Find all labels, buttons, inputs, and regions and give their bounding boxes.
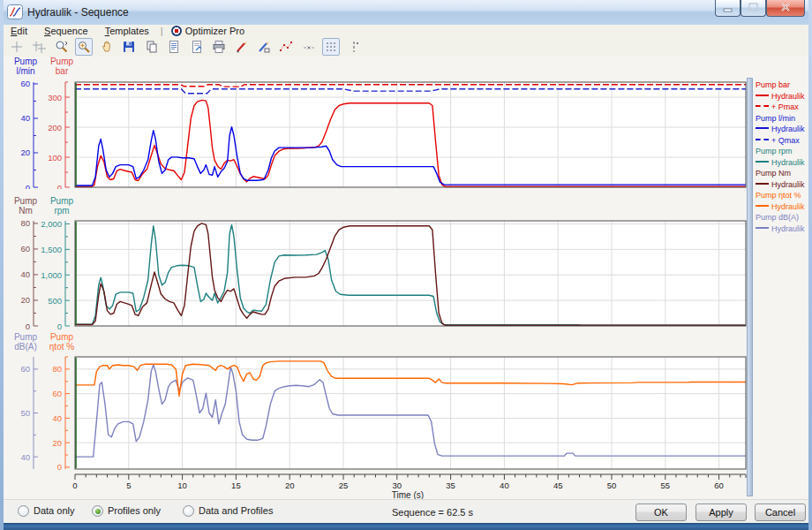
zoom-in-out-icon[interactable]: [53, 38, 71, 56]
axis-title-line: ηtot %: [41, 342, 82, 352]
pan-hand-icon[interactable]: [98, 38, 116, 56]
axis-title-pump-dba: Pump dB(A): [5, 332, 46, 352]
legend-item-label: Hydraulik: [771, 180, 805, 189]
svg-text:40: 40: [20, 452, 30, 462]
svg-text:1,000: 1,000: [41, 270, 62, 280]
legend-group-label: Pump bar: [756, 80, 810, 91]
legend-item-label: + Pmax: [771, 102, 799, 111]
axis-title-line: Pump: [41, 57, 82, 66]
svg-text:1,500: 1,500: [41, 245, 62, 254]
svg-text:0: 0: [57, 322, 62, 331]
svg-text:25: 25: [339, 481, 349, 490]
radio-label: Data and Profiles: [199, 505, 273, 516]
legend-line-sample: [756, 139, 769, 140]
svg-text:50: 50: [20, 408, 30, 418]
window-border-left: [0, 0, 4, 530]
legend-item[interactable]: Hydraulik: [756, 91, 810, 102]
report-icon[interactable]: [165, 38, 183, 56]
axis-title-pump-lmin: Pump l/min: [5, 57, 46, 76]
legend-item-label: + Qmax: [771, 136, 800, 145]
radio-data-and-profiles[interactable]: Data and Profiles: [183, 505, 273, 519]
legend-group-label: Pump dB(A): [756, 212, 810, 223]
legend-item[interactable]: Hydraulik: [756, 223, 810, 235]
radio-data-only[interactable]: Data only: [18, 505, 74, 519]
legend-item-label: Hydraulik: [771, 158, 805, 167]
svg-text:60: 60: [52, 389, 62, 398]
legend-item-label: Hydraulik: [771, 202, 805, 211]
axis-title-line: dB(A): [5, 342, 46, 352]
svg-text:40: 40: [52, 413, 62, 423]
legend-item-label: Hydraulik: [771, 224, 805, 233]
legend-line-sample: [756, 105, 769, 107]
app-icon: [7, 4, 23, 19]
scatter-points-icon[interactable]: [277, 38, 295, 56]
toolbar: [4, 37, 808, 57]
draw-line-icon[interactable]: [233, 38, 251, 56]
svg-text:60: 60: [20, 244, 30, 254]
svg-text:0: 0: [26, 322, 30, 331]
svg-text:60: 60: [714, 481, 724, 490]
legend-item[interactable]: Hydraulik: [756, 157, 810, 169]
svg-text:20: 20: [52, 438, 62, 448]
axis-title-pump-rpm: Pump rpm: [41, 196, 82, 216]
close-button[interactable]: [766, 0, 805, 17]
crosshair-icon[interactable]: [8, 38, 26, 56]
svg-text:0: 0: [26, 183, 30, 190]
window: Hydraulik - Sequence Edit Sequence Templ…: [0, 0, 812, 530]
chart-torque-speed[interactable]: 02040608005001,0001,5002,000: [0, 217, 756, 330]
chart-flow-pressure[interactable]: 02040600100200300: [0, 78, 756, 189]
menu-templates[interactable]: Templates: [98, 25, 156, 37]
cancel-button[interactable]: Cancel: [755, 504, 806, 521]
svg-text:20: 20: [20, 295, 30, 305]
svg-text:55: 55: [661, 481, 671, 490]
radio-icon: [183, 505, 194, 517]
zoom-region-icon[interactable]: [75, 38, 93, 56]
menu-sequence[interactable]: Sequence: [37, 25, 95, 37]
legend-line-sample: [756, 161, 769, 163]
legend-group-label: Pump Nm: [756, 168, 810, 179]
edit-profile-icon[interactable]: [255, 38, 273, 56]
svg-text:60: 60: [20, 79, 30, 88]
legend-group-label: Pump rpm: [756, 146, 810, 157]
legend-item[interactable]: Hydraulik: [756, 179, 810, 191]
window-border-bottom: [0, 523, 812, 530]
svg-text:2,000: 2,000: [41, 219, 62, 229]
apply-button[interactable]: Apply: [695, 504, 747, 521]
legend-item[interactable]: Hydraulik: [756, 124, 810, 135]
svg-text:300: 300: [48, 93, 62, 102]
legend: Pump barHydraulik+ PmaxPump l/minHydraul…: [756, 80, 810, 234]
menu-separator: |: [159, 25, 165, 37]
svg-text:100: 100: [48, 153, 62, 163]
save-icon[interactable]: [120, 38, 138, 56]
page-preview-icon[interactable]: [188, 38, 206, 56]
ok-button[interactable]: OK: [635, 504, 687, 521]
axis-values-icon[interactable]: [345, 38, 363, 56]
legend-item[interactable]: + Pmax: [756, 102, 810, 113]
menu-edit[interactable]: Edit: [4, 25, 34, 37]
axis-title-line: Pump: [5, 332, 46, 342]
profiles-values-icon[interactable]: [322, 38, 340, 56]
legend-splitter[interactable]: [747, 78, 753, 496]
window-title: Hydraulik - Sequence: [27, 6, 129, 19]
window-border-right: [808, 0, 812, 530]
axis-title-line: Pump: [5, 196, 46, 206]
axis-title-pump-eta: Pump ηtot %: [41, 332, 82, 352]
print-icon[interactable]: [210, 38, 228, 56]
maximize-button[interactable]: [741, 0, 766, 17]
legend-item-label: Hydraulik: [771, 125, 805, 133]
legend-item[interactable]: Hydraulik: [756, 201, 810, 213]
menu-optimizer-pro[interactable]: Optimizer Pro: [168, 25, 252, 37]
titlebar[interactable]: Hydraulik - Sequence: [0, 0, 812, 26]
chart-noise-efficiency[interactable]: 405060020406080: [0, 353, 756, 473]
svg-text:30: 30: [393, 481, 402, 490]
radio-profiles-only[interactable]: Profiles only: [92, 505, 161, 519]
minimize-button[interactable]: [715, 0, 741, 17]
legend-line-sample: [756, 95, 769, 96]
small-markers-icon[interactable]: [300, 38, 318, 56]
axis-title-line: Nm: [5, 206, 46, 216]
copy-icon[interactable]: [143, 38, 161, 56]
legend-item[interactable]: + Qmax: [756, 135, 810, 147]
svg-text:80: 80: [20, 218, 30, 228]
crosshair-wide-icon[interactable]: [30, 38, 48, 56]
svg-text:60: 60: [20, 364, 30, 374]
